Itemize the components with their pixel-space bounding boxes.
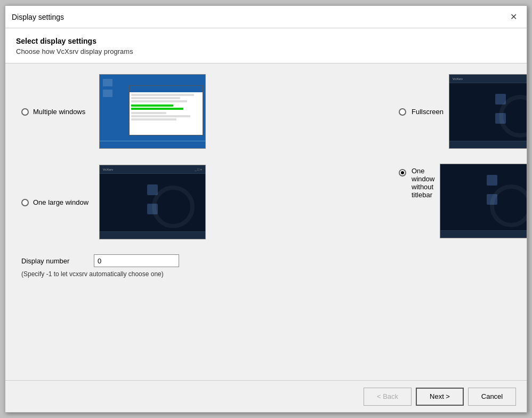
preview-side-panel xyxy=(100,75,116,141)
one-window-no-titlebar-label-line1: One window xyxy=(412,167,434,183)
right-options: Fullscreen VcXsrv _ □ × xyxy=(393,74,511,239)
multiple-windows-label-area: Multiple windows xyxy=(21,107,91,116)
radio-fullscreen[interactable] xyxy=(399,108,406,116)
preview-fullscreen: VcXsrv _ □ × xyxy=(449,74,527,149)
ww-line-7 xyxy=(131,115,190,117)
multiple-windows-label: Multiple windows xyxy=(33,108,85,116)
display-number-input[interactable] xyxy=(94,254,179,267)
ww-line-3 xyxy=(131,100,187,102)
preview-top-right-2: _ □ × xyxy=(195,168,202,171)
one-large-window-label-area: One large window xyxy=(21,198,91,206)
preview-top-text-fs: VcXsrv xyxy=(453,77,463,81)
preview-ww-bar xyxy=(130,86,203,92)
display-number-hint: (Specify -1 to let vcxsrv automatically … xyxy=(21,270,511,278)
option-one-large-window: One large window VcXsrv _ □ × xyxy=(21,165,393,239)
preview-one-large-window: VcXsrv _ □ × xyxy=(99,165,206,239)
preview-icon-1 xyxy=(103,79,112,86)
ww-line-6 xyxy=(131,112,166,114)
preview-top-text-2: VcXsrv xyxy=(103,168,113,171)
desktop-icon-notitle-1 xyxy=(487,175,497,186)
left-options: Multiple windows xyxy=(21,74,393,239)
option-multiple-windows: Multiple windows xyxy=(21,74,393,149)
one-large-window-label: One large window xyxy=(33,198,88,206)
ww-line-2 xyxy=(131,97,180,99)
preview-white-window xyxy=(129,85,203,135)
circle-watermark-2 xyxy=(152,186,195,228)
preview-top-bar-fs: VcXsrv _ □ × xyxy=(449,75,527,83)
fullscreen-label: Fullscreen xyxy=(412,108,444,116)
ww-line-4 xyxy=(131,104,173,107)
header-section: Select display settings Choose how VcXsr… xyxy=(5,28,527,63)
preview-top-bar-2: VcXsrv _ □ × xyxy=(100,165,205,174)
preview-taskbar xyxy=(100,141,205,148)
one-window-no-titlebar-text: One window without titlebar xyxy=(412,164,434,199)
dialog-title: Display settings xyxy=(12,13,64,21)
display-number-label: Display number xyxy=(21,257,85,265)
option-one-window-no-titlebar: One window without titlebar xyxy=(399,162,511,238)
radio-one-window-no-titlebar[interactable] xyxy=(399,169,406,176)
radio-one-large-window[interactable] xyxy=(21,199,29,206)
one-window-no-titlebar-label-line2: without titlebar xyxy=(412,183,433,199)
footer: < Back Next > Cancel xyxy=(5,380,527,412)
preview-bottom-bar-fs xyxy=(449,141,527,148)
ww-line-1 xyxy=(131,94,194,96)
preview-icon-2 xyxy=(103,90,112,97)
close-button[interactable]: ✕ xyxy=(506,10,520,24)
circle-watermark-notitle xyxy=(490,184,527,227)
radio-multiple-windows[interactable] xyxy=(21,108,29,116)
display-number-row: Display number xyxy=(21,254,511,267)
ww-line-8 xyxy=(131,118,176,120)
option-fullscreen: Fullscreen VcXsrv _ □ × xyxy=(399,74,511,149)
ww-line-5 xyxy=(131,108,183,110)
next-button[interactable]: Next > xyxy=(416,388,464,406)
preview-ww-body xyxy=(130,92,203,123)
header-subtitle: Choose how VcXsrv display programs xyxy=(16,47,516,55)
options-layout: Multiple windows xyxy=(21,74,511,239)
preview-multiple-windows xyxy=(99,74,206,149)
preview-bottom-bar-notitle xyxy=(440,230,527,238)
preview-one-window-no-titlebar xyxy=(440,164,527,238)
title-bar: Display settings ✕ xyxy=(5,6,527,28)
dialog: Display settings ✕ Select display settin… xyxy=(5,5,527,413)
preview-bottom-bar-2 xyxy=(100,231,205,239)
back-button[interactable]: < Back xyxy=(364,388,412,406)
cancel-button[interactable]: Cancel xyxy=(468,388,516,406)
header-title: Select display settings xyxy=(16,37,516,45)
content-area: Multiple windows xyxy=(5,63,527,380)
